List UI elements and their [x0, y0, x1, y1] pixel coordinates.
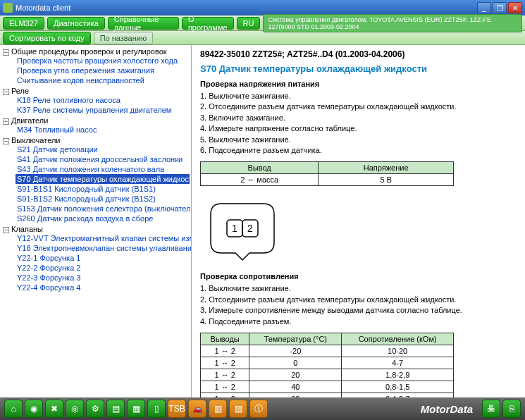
sensor-title: S70 Датчик температуры охлаждающей жидко…: [200, 63, 517, 74]
target-icon[interactable]: ◎: [66, 400, 84, 418]
bottom-toolbar: ⌂ ◉ ✖ ◎ ⚙ ▤ ▦ ▯ TSB 🚗 ▥ ▧ ⓘ MotorData 🖶 …: [0, 397, 525, 420]
td: 1 ↔ 2: [201, 345, 249, 357]
th: Вывод: [201, 162, 319, 174]
td: 1,8-2,9: [342, 369, 454, 381]
data-icon[interactable]: ▦: [127, 400, 145, 418]
close-icon[interactable]: ✖: [45, 400, 63, 418]
voltage-table: ВыводНапряжение 2 ↔ масса5 В: [200, 161, 454, 186]
part-heading: 89422-35010 ZZT25#; AZT25#..D4 (01.2003-…: [200, 49, 517, 59]
td: 0: [249, 357, 342, 369]
globe-icon[interactable]: ◉: [25, 400, 43, 418]
tree-item[interactable]: Y12-VVT Электромагнитный клапан системы …: [16, 233, 190, 243]
tree-item[interactable]: Y18 Электропневмоклапан системы улавлива…: [16, 243, 190, 253]
td: 2 ↔ масса: [201, 174, 319, 186]
evo-icon[interactable]: ▤: [106, 400, 125, 418]
expand-icon[interactable]: −: [3, 89, 9, 95]
tree-item[interactable]: Y22-4 Форсунка 4: [16, 283, 190, 292]
td: 1 ↔ 2: [201, 357, 249, 369]
tree-group[interactable]: Клапаны: [11, 225, 43, 233]
language-button[interactable]: RU: [237, 17, 261, 30]
td: 4-7: [342, 357, 454, 369]
td: 1 ↔ 2: [201, 393, 249, 397]
td: 20: [249, 369, 342, 381]
content-panel[interactable]: 89422-35010 ZZT25#; AZT25#..D4 (01.2003-…: [192, 45, 525, 397]
section-title: Проверка напряжения питания: [200, 80, 517, 88]
tree-item[interactable]: S91-B1S2 Кислородный датчик (B1S2): [16, 194, 190, 204]
elm327-button[interactable]: ELM327: [3, 17, 44, 30]
tree-item[interactable]: S43 Датчик положения коленчатого вала: [16, 164, 190, 174]
connector-diagram: 1 2: [200, 193, 517, 265]
th: Напряжение: [319, 162, 454, 174]
tree-item[interactable]: K18 Реле топливного насоса: [16, 95, 190, 105]
tree-item[interactable]: S21 Датчик детонации: [16, 144, 190, 154]
td: 0,4-0,7: [342, 393, 454, 397]
about-button[interactable]: О программе: [182, 17, 234, 30]
tree-item[interactable]: Проверка угла опережения зажигания: [16, 66, 190, 75]
tree-item[interactable]: S260 Датчик расхода воздуха в сборе: [16, 214, 190, 223]
tree-group[interactable]: Выключатели: [11, 136, 60, 144]
copy-icon[interactable]: ⎘: [502, 400, 521, 418]
sort-bar: Сортировать по коду По названию: [0, 31, 525, 45]
tree-panel[interactable]: −Общие процедуры проверок и регулировок …: [0, 45, 192, 397]
tree-item[interactable]: Y22-3 Форсунка 3: [16, 273, 190, 283]
td: 1 ↔ 2: [201, 381, 249, 393]
expand-icon[interactable]: −: [3, 227, 9, 233]
td: 60: [249, 393, 342, 397]
tree-item[interactable]: K37 Реле системы управления двигателем: [16, 105, 190, 115]
maximize-button[interactable]: ❐: [493, 2, 507, 13]
td: 0,8-1,5: [342, 381, 454, 393]
th: Температура (°C): [249, 333, 342, 345]
print-icon[interactable]: 🖶: [482, 400, 500, 418]
td: 1 ↔ 2: [201, 369, 249, 381]
tree-group[interactable]: Двигатели: [11, 116, 48, 125]
tree-item[interactable]: S153 Датчик положения селектора (выключа…: [16, 204, 190, 214]
tree-item[interactable]: S41 Датчик положения дроссельной заслонк…: [16, 154, 190, 164]
td: 10-20: [342, 345, 454, 357]
dtc-icon[interactable]: ⚙: [86, 400, 104, 418]
motordata-logo: MotorData: [421, 403, 473, 415]
tree-group[interactable]: Общие процедуры проверок и регулировок: [11, 47, 167, 56]
menubar: ELM327 Диагностика Справочные данные О п…: [0, 16, 525, 31]
tree-item[interactable]: Проверка частоты вращения холостого хода: [16, 56, 190, 66]
pin-2-label: 2: [247, 223, 253, 234]
tree-item[interactable]: M34 Топливный насос: [16, 125, 190, 135]
http-icon[interactable]: ⓘ: [249, 400, 268, 418]
doc-icon[interactable]: ▧: [229, 400, 247, 418]
th: Выводы: [201, 333, 249, 345]
tsb-icon[interactable]: TSB: [168, 400, 186, 418]
th: Сопротивление (кОм): [342, 333, 454, 345]
tree-group[interactable]: Реле: [11, 87, 29, 95]
tree-item[interactable]: Считывание кодов неисправностей: [16, 75, 190, 85]
reference-button[interactable]: Справочные данные: [108, 17, 179, 30]
steps-list: 1. Выключите зажигание.2. Отсоедините ра…: [200, 91, 517, 156]
window-title: Motordata client: [16, 4, 477, 12]
car-icon[interactable]: 🚗: [188, 400, 206, 418]
expand-icon[interactable]: −: [3, 49, 9, 56]
sort-by-code-button[interactable]: Сортировать по коду: [3, 32, 91, 44]
expand-icon[interactable]: −: [3, 118, 9, 125]
sort-by-name-button[interactable]: По названию: [94, 32, 154, 44]
app-icon: [3, 3, 13, 13]
resistance-table: Выводы Температура (°C) Сопротивление (к…: [200, 333, 454, 397]
home-icon[interactable]: ⌂: [4, 400, 23, 418]
steps-list: 1. Выключите зажигание.2. Отсоедините ра…: [200, 283, 517, 327]
close-button[interactable]: ✕: [508, 2, 522, 13]
chart-icon[interactable]: ▥: [209, 400, 227, 418]
tree-item[interactable]: Y22-2 Форсунка 2: [16, 263, 190, 273]
diagnostics-button[interactable]: Диагностика: [47, 17, 105, 30]
td: -20: [249, 345, 342, 357]
window-titlebar: Motordata client _ ❐ ✕: [0, 0, 525, 16]
status-text: Система управления двигателем, TOYOTA AV…: [263, 14, 522, 32]
td: 5 В: [319, 174, 454, 186]
tree-item-selected[interactable]: S70 Датчик температуры охлаждающей жидко…: [16, 174, 190, 184]
pin-1-label: 1: [232, 223, 237, 234]
main-area: −Общие процедуры проверок и регулировок …: [0, 45, 525, 397]
tree-item[interactable]: Y22-1 Форсунка 1: [16, 253, 190, 263]
expand-icon[interactable]: −: [3, 138, 9, 144]
section-title: Проверка сопротивления: [200, 272, 517, 280]
device-icon[interactable]: ▯: [147, 400, 166, 418]
td: 40: [249, 381, 342, 393]
tree-item[interactable]: S91-B1S1 Кислородный датчик (B1S1): [16, 184, 190, 194]
minimize-button[interactable]: _: [477, 2, 491, 13]
